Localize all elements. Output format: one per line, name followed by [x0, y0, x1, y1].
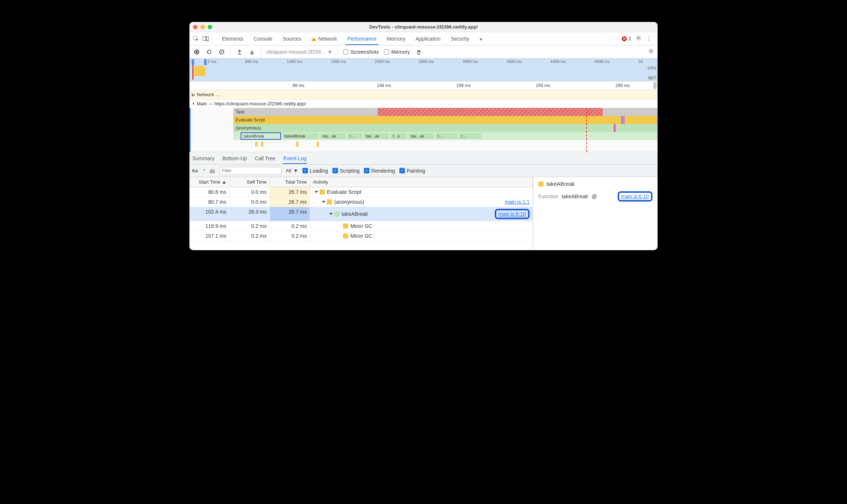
- table-row[interactable]: 119.9 ms0.2 ms0.2 msMinor GC: [189, 221, 533, 231]
- filter-all-dropdown[interactable]: All ▼: [286, 168, 298, 173]
- filter-rendering-checkbox[interactable]: ✓Rendering: [364, 168, 395, 174]
- cell-start: 102.4 ms: [189, 207, 230, 221]
- kebab-icon[interactable]: ⋮: [646, 35, 652, 42]
- disclosure-icon[interactable]: [329, 213, 333, 215]
- flame-call[interactable]: takeABreak: [282, 133, 319, 139]
- col-total-time[interactable]: Total Time: [270, 177, 310, 187]
- timeline-overview[interactable]: 9 ms 999 ms 1499 ms 1999 ms 2499 ms 2999…: [189, 59, 658, 81]
- table-row[interactable]: 102.4 ms26.3 ms26.7 mstakeABreakmain.js:…: [189, 207, 533, 221]
- tab-summary[interactable]: Summary: [192, 153, 215, 163]
- filter-painting-checkbox[interactable]: ✓Painting: [399, 168, 425, 174]
- filter-scripting-checkbox[interactable]: ✓Scripting: [332, 168, 359, 174]
- flame-task[interactable]: Task: [233, 108, 647, 116]
- settings-icon[interactable]: [636, 35, 641, 42]
- flame-sub-block[interactable]: [317, 142, 319, 147]
- overview-flame-icon: [194, 66, 206, 76]
- tab-memory[interactable]: Memory: [382, 33, 411, 45]
- flame-sub-block[interactable]: [296, 142, 298, 147]
- screenshots-input[interactable]: [343, 49, 348, 54]
- device-toggle-icon[interactable]: [202, 35, 209, 42]
- download-icon[interactable]: [248, 48, 256, 56]
- garbage-collect-icon[interactable]: [415, 48, 422, 56]
- flame-call[interactable]: t…: [459, 133, 481, 139]
- flame-call[interactable]: t…k: [391, 133, 407, 139]
- swatch-icon: [327, 199, 332, 204]
- col-self-time[interactable]: Self Time: [230, 177, 270, 187]
- tab-performance[interactable]: Performance: [342, 33, 381, 45]
- flame-call[interactable]: t…: [436, 133, 458, 139]
- swatch-icon: [334, 211, 339, 217]
- clear-icon[interactable]: [218, 48, 225, 56]
- perf-settings-icon[interactable]: [648, 48, 654, 56]
- tab-security[interactable]: Security: [446, 33, 475, 45]
- checkbox-icon: ✓: [302, 168, 308, 173]
- memory-input[interactable]: [384, 49, 389, 54]
- selection-marker: [189, 108, 191, 152]
- tab-application[interactable]: Application: [410, 33, 446, 45]
- flame-call[interactable]: tak…ak: [364, 133, 389, 139]
- network-track[interactable]: ▶ Network …: [189, 90, 658, 99]
- flame-call[interactable]: tak…ak: [409, 133, 434, 139]
- source-link[interactable]: main.js:6:10: [495, 209, 530, 219]
- tab-network[interactable]: Network: [306, 33, 342, 45]
- case-sensitive-icon[interactable]: Aa: [192, 168, 198, 173]
- disclosure-icon[interactable]: [322, 201, 325, 203]
- record-icon[interactable]: [193, 48, 200, 56]
- detail-source-link[interactable]: main.js:6:10: [618, 191, 652, 202]
- memory-checkbox[interactable]: Memory: [384, 49, 410, 55]
- flame-chart[interactable]: Task Evaluate Script (anonymous) takeABr…: [189, 108, 658, 152]
- cell-self: 0.2 ms: [230, 221, 270, 231]
- flame-sub-block[interactable]: [255, 142, 257, 147]
- flame-call[interactable]: t…: [347, 133, 362, 139]
- main-track-header[interactable]: ▼ Main — https://clinquant-mousse-2f2396…: [189, 99, 658, 108]
- flame-side-bar[interactable]: [614, 124, 616, 132]
- screenshots-checkbox[interactable]: Screenshots: [343, 49, 379, 55]
- col-start-time[interactable]: Start Time ▲: [189, 177, 230, 187]
- flame-call-selected[interactable]: takeABreak: [241, 132, 281, 140]
- detail-function-row: Function takeABreak @ main.js:6:10: [538, 191, 652, 202]
- table-row[interactable]: 80.7 ms0.0 ms26.7 ms(anonymous)main.js:1…: [189, 197, 533, 207]
- tab-calltree[interactable]: Call Tree: [254, 153, 276, 163]
- flame-sub-block[interactable]: [261, 142, 263, 147]
- reload-icon[interactable]: [206, 48, 213, 56]
- tab-eventlog[interactable]: Event Log: [283, 153, 307, 163]
- table-row[interactable]: 107.1 ms0.2 ms0.2 msMinor GC: [189, 231, 533, 241]
- svg-point-14: [650, 50, 652, 52]
- flame-calls-row: takeABreak takeABreak tak…ak t… tak…ak t…: [233, 132, 647, 140]
- regex-icon[interactable]: .*: [202, 168, 206, 173]
- cell-self: 0.2 ms: [230, 231, 270, 241]
- flame-evaluate[interactable]: Evaluate Script: [233, 116, 647, 124]
- tab-bottomup[interactable]: Bottom-Up: [222, 153, 248, 163]
- upload-icon[interactable]: [236, 48, 243, 56]
- source-link[interactable]: main.js:1:1: [505, 199, 530, 205]
- error-icon: ✕: [622, 36, 627, 41]
- profile-selector-label: clinquant-mousse-2f239…: [266, 49, 326, 55]
- flame-side-bar[interactable]: [621, 116, 625, 124]
- filter-label: Scripting: [340, 168, 359, 174]
- flame-side-bar[interactable]: [603, 124, 658, 132]
- inspect-icon[interactable]: [192, 35, 200, 42]
- flame-side-bar[interactable]: [603, 108, 658, 116]
- swatch-icon: [538, 181, 543, 187]
- tab-console[interactable]: Console: [248, 33, 277, 45]
- disclosure-icon[interactable]: [315, 191, 318, 193]
- flame-call[interactable]: tak…ak: [320, 133, 346, 139]
- tab-more[interactable]: »: [474, 33, 488, 45]
- overview-handle-left[interactable]: [192, 59, 194, 65]
- error-badge[interactable]: ✕ 2: [622, 36, 631, 41]
- flame-anonymous[interactable]: (anonymous): [233, 124, 647, 132]
- flame-side-bar[interactable]: [603, 116, 658, 124]
- profile-selector[interactable]: clinquant-mousse-2f239… ▼: [266, 49, 332, 55]
- filter-input[interactable]: [219, 167, 282, 175]
- table-row[interactable]: 80.6 ms0.0 ms26.7 msEvaluate Script: [189, 187, 533, 197]
- scrollbar-thumb[interactable]: [653, 82, 657, 89]
- tab-elements[interactable]: Elements: [217, 33, 248, 45]
- filter-loading-checkbox[interactable]: ✓Loading: [302, 168, 328, 174]
- overview-handle-right[interactable]: [204, 59, 207, 65]
- overview-net-label: NET: [648, 76, 656, 80]
- tab-sources[interactable]: Sources: [278, 33, 306, 45]
- flame-side-bar[interactable]: [603, 132, 658, 140]
- svg-point-3: [638, 37, 640, 39]
- col-activity[interactable]: Activity: [310, 177, 533, 187]
- whole-word-icon[interactable]: ab: [210, 168, 215, 173]
